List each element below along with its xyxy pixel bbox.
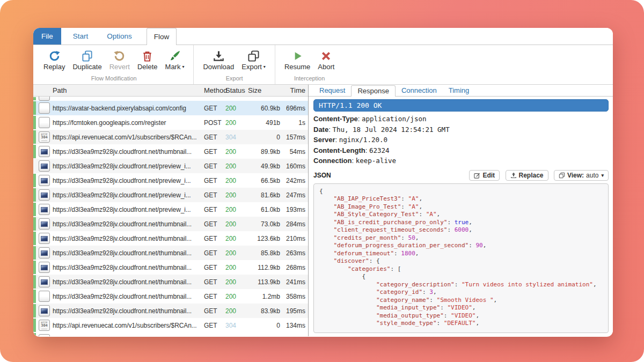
- image-file-icon: [39, 305, 50, 316]
- flow-row[interactable]: https://d3l3ea9mz928jv.cloudfront.net/th…: [33, 231, 308, 246]
- brush-icon: [169, 49, 181, 62]
- flow-size: 112.9kb: [247, 264, 280, 271]
- flow-time: 54ms: [280, 148, 308, 156]
- resume-button-label: Resume: [284, 63, 310, 71]
- download-icon: [213, 49, 225, 62]
- document-file-icon: [39, 102, 50, 114]
- flow-row[interactable]: https://d3l3ea9mz928jv.cloudfront.net/pr…: [33, 202, 308, 217]
- flow-row[interactable]: [33, 333, 308, 336]
- json-line: "AB_IAP_PriceTest3": "A",: [319, 195, 603, 203]
- document-file-icon: [39, 291, 50, 302]
- marker-green-bar: [33, 246, 36, 260]
- abort-x-icon: [320, 49, 332, 62]
- edit-button[interactable]: Edit: [469, 170, 500, 181]
- response-header-line[interactable]: Server: nginx/1.20.0: [313, 135, 609, 145]
- path-column-header: Path: [53, 86, 204, 94]
- flow-path: https://api.revenuecat.com/v1/subscriber…: [53, 322, 204, 329]
- flow-path: https://d3l3ea9mz928jv.cloudfront.net/pr…: [53, 162, 204, 170]
- status-column-header: Status: [225, 86, 247, 94]
- flow-time: 263ms: [280, 249, 308, 257]
- json-line: "AB_Image_Pro_Test": "A",: [319, 203, 603, 211]
- tab-request[interactable]: Request: [313, 85, 351, 96]
- flow-time: 210ms: [280, 235, 308, 242]
- tab-timing[interactable]: Timing: [443, 85, 475, 96]
- flow-path: https://d3l3ea9mz928jv.cloudfront.net/th…: [53, 307, 204, 315]
- menu-tab-start[interactable]: Start: [66, 28, 96, 45]
- flow-method: GET: [204, 191, 225, 199]
- flow-path: https://fcmtoken.googleapis.com/register: [53, 119, 204, 127]
- replay-button[interactable]: Replay: [40, 49, 69, 71]
- flow-path: https://d3l3ea9mz928jv.cloudfront.net/th…: [53, 249, 204, 257]
- size-column-header: Size: [247, 86, 280, 94]
- revert-button: Revert: [106, 49, 134, 71]
- flow-status: 304: [225, 134, 247, 141]
- flow-method: GET: [204, 105, 225, 112]
- flow-row[interactable]: https://d3l3ea9mz928jv.cloudfront.net/pr…: [33, 173, 308, 188]
- flow-time: 1s: [280, 119, 308, 127]
- abort-button[interactable]: Abort: [314, 49, 338, 71]
- resume-button[interactable]: Resume: [281, 49, 314, 71]
- flow-row[interactable]: https://d3l3ea9mz928jv.cloudfront.net/th…: [33, 217, 308, 231]
- flow-time: 696ms: [280, 105, 308, 112]
- flow-row[interactable]: https://d3l3ea9mz928jv.cloudfront.net/pr…: [33, 159, 308, 173]
- export-button[interactable]: Export▾: [238, 49, 269, 71]
- flow-row[interactable]: https://d3l3ea9mz928jv.cloudfront.net/th…: [33, 260, 308, 275]
- json-line: "category_name": "Smooth Videos ",: [319, 297, 603, 305]
- flow-method: GET: [204, 307, 225, 315]
- response-status-bar[interactable]: HTTP/1.1 200 OK: [313, 99, 609, 112]
- upload-icon: [510, 172, 517, 179]
- tab-connection[interactable]: Connection: [396, 85, 443, 96]
- flow-row[interactable]: [33, 97, 308, 101]
- flow-status: 200: [225, 264, 247, 271]
- marker-green-bar: [33, 145, 36, 158]
- marker-green-bar: [33, 203, 36, 216]
- time-column-header: Time: [280, 86, 308, 94]
- delete-button[interactable]: Delete: [134, 49, 162, 71]
- flow-row[interactable]: https://fcmtoken.googleapis.com/register…: [33, 115, 308, 130]
- flow-row[interactable]: https://d3l3ea9mz928jv.cloudfront.net/pr…: [33, 188, 308, 202]
- response-header-line[interactable]: Content-Type: application/json: [313, 114, 609, 124]
- flow-method: GET: [204, 134, 225, 141]
- json-line: "discover": {: [319, 257, 603, 265]
- flow-row[interactable]: https://d3l3ea9mz928jv.cloudfront.net/th…: [33, 275, 308, 289]
- json-line: "deforum_progress_duration_per_second": …: [319, 242, 603, 250]
- header-name: Server: [313, 136, 335, 144]
- menu-tab-options[interactable]: Options: [100, 28, 139, 45]
- duplicate-button[interactable]: Duplicate: [69, 49, 105, 71]
- flow-row[interactable]: https://d3l3ea9mz928jv.cloudfront.net/th…: [33, 246, 308, 260]
- header-value: keep-alive: [356, 157, 396, 165]
- flow-status: 200: [225, 177, 247, 184]
- flow-row[interactable]: HTTP304https://api.revenuecat.com/v1/sub…: [33, 318, 308, 333]
- flow-row[interactable]: https://d3l3ea9mz928jv.cloudfront.net/th…: [33, 304, 308, 318]
- marker-green-bar: [33, 333, 36, 336]
- flow-path: https://d3l3ea9mz928jv.cloudfront.net/pr…: [53, 177, 204, 184]
- toolbar-group-export: DownloadExport▾Export: [194, 45, 275, 84]
- image-file-icon: [39, 276, 50, 287]
- response-header-line[interactable]: Date: Thu, 18 Jul 2024 12:54:21 GMT: [313, 124, 609, 135]
- caret-down-icon: ▾: [182, 64, 184, 69]
- menu-tab-flow[interactable]: Flow: [147, 28, 177, 45]
- marker-green-bar: [33, 232, 36, 245]
- view-mode-button[interactable]: View:auto▾: [554, 170, 609, 181]
- response-body-json[interactable]: { "AB_IAP_PriceTest3": "A", "AB_Image_Pr…: [313, 183, 609, 334]
- method-column-header: Method: [204, 86, 225, 94]
- flow-row[interactable]: HTTP304https://api.revenuecat.com/v1/sub…: [33, 130, 308, 144]
- flow-row[interactable]: https://d3l3ea9mz928jv.cloudfront.net/th…: [33, 289, 308, 304]
- json-line: "media_output_type": "VIDEO",: [319, 312, 603, 320]
- replace-button[interactable]: Replace: [506, 170, 548, 181]
- body-toolbar: JSON Edit Replace View:auto▾: [313, 170, 609, 181]
- flow-method: GET: [204, 162, 225, 170]
- mark-button-label: Mark: [165, 63, 181, 71]
- tab-response[interactable]: Response: [351, 85, 396, 97]
- flow-row[interactable]: https://avatar-backend.pixerylabsapi.com…: [33, 101, 308, 115]
- flow-row[interactable]: https://d3l3ea9mz928jv.cloudfront.net/th…: [33, 144, 308, 159]
- flow-size: 0: [247, 322, 280, 329]
- download-button[interactable]: Download: [199, 49, 238, 71]
- response-header-line[interactable]: Connection: keep-alive: [313, 156, 609, 166]
- mark-button[interactable]: Mark▾: [162, 49, 188, 71]
- response-header-line[interactable]: Content-Length: 62324: [313, 145, 609, 156]
- http-304-file-icon: HTTP304: [39, 131, 50, 143]
- marker-green-bar: [33, 290, 36, 303]
- menu-tab-file[interactable]: File: [33, 28, 61, 45]
- toolbar: ReplayDuplicateRevertDeleteMark▾Flow Mod…: [33, 45, 613, 85]
